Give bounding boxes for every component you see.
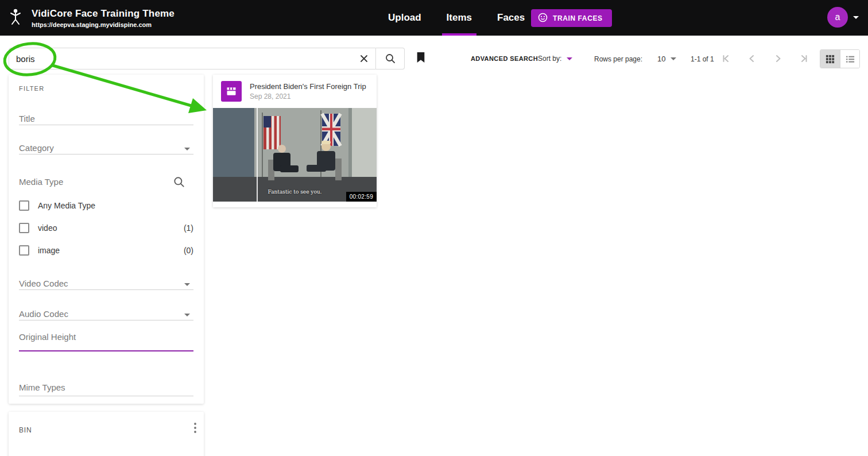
- chevron-down-icon[interactable]: [184, 283, 190, 286]
- grid-icon: [826, 55, 835, 64]
- checkbox-label: Any Media Type: [38, 201, 95, 210]
- media-type-option-any[interactable]: Any Media Type: [19, 199, 193, 212]
- train-faces-button[interactable]: TRAIN FACES: [531, 9, 612, 27]
- last-page-button[interactable]: [797, 52, 811, 65]
- checkbox-any-media-type[interactable]: [19, 200, 29, 211]
- nav-tab-faces[interactable]: Faces: [495, 0, 527, 36]
- search-icon: [385, 53, 396, 64]
- media-type-option-video[interactable]: video (1): [19, 221, 193, 235]
- app-logo-icon[interactable]: [8, 7, 23, 28]
- media-type-search-icon[interactable]: [173, 176, 185, 191]
- brand: VidiCore Face Training Theme https://dee…: [8, 0, 175, 36]
- item-date: Sep 28, 2021: [250, 92, 366, 101]
- list-view-button[interactable]: [840, 50, 859, 68]
- rows-per-page-value: 10: [657, 55, 665, 63]
- mime-types-underline: [19, 396, 193, 396]
- top-navbar: VidiCore Face Training Theme https://dee…: [0, 0, 868, 36]
- app-subtitle: https://deepva.staging.myvidispine.com: [32, 21, 175, 28]
- us-flag: [264, 116, 281, 149]
- first-page-button[interactable]: [719, 52, 733, 65]
- rows-per-page-control: Rows per page: 10: [594, 55, 676, 63]
- sort-by-label: Sort by:: [538, 55, 561, 63]
- media-type-label: Media Type: [19, 177, 63, 187]
- search-input[interactable]: [9, 54, 352, 64]
- category-filter-underline: [19, 154, 193, 154]
- list-icon: [846, 55, 855, 64]
- item-thumbnail[interactable]: Fantastic to see you. 00:02:59: [213, 108, 377, 202]
- app-title: VidiCore Face Training Theme: [32, 8, 175, 20]
- video-codec-underline: [19, 289, 193, 290]
- audio-codec-underline: [19, 320, 193, 320]
- thumbnail-image: [213, 108, 377, 202]
- chevron-down-icon[interactable]: [184, 314, 190, 316]
- rows-per-page-select[interactable]: 10: [657, 55, 676, 63]
- bin-heading: BIN: [19, 426, 32, 434]
- bin-panel: BIN: [9, 412, 204, 456]
- nav-tab-upload[interactable]: Upload: [386, 0, 424, 36]
- face-icon: [538, 13, 548, 24]
- brand-text: VidiCore Face Training Theme https://dee…: [32, 8, 175, 28]
- kebab-menu-icon[interactable]: [193, 422, 197, 436]
- avatar[interactable]: a: [827, 7, 848, 28]
- checkbox-label: video: [38, 223, 57, 233]
- view-toggle: [820, 49, 860, 68]
- chevron-down-icon: [671, 57, 676, 60]
- next-page-button[interactable]: [771, 52, 785, 65]
- pagination-range: 1-1 of 1: [691, 55, 714, 63]
- mime-types-input[interactable]: Mime Types: [19, 382, 65, 392]
- nav-tab-items[interactable]: Items: [444, 0, 474, 36]
- original-height-underline: [19, 350, 193, 351]
- filter-panel: FILTER Title Category Media Type Any Med…: [9, 75, 204, 404]
- title-filter-input[interactable]: Title: [19, 114, 35, 123]
- search-box: [9, 48, 376, 69]
- chevron-down-icon: [567, 57, 572, 60]
- category-filter-select[interactable]: Category: [19, 143, 54, 153]
- audio-codec-select[interactable]: Audio Codec: [19, 309, 68, 319]
- checkbox-count: (1): [184, 223, 193, 233]
- original-height-input[interactable]: Original Height: [19, 332, 76, 342]
- video-codec-select[interactable]: Video Codec: [19, 279, 68, 288]
- advanced-search-link[interactable]: ADVANCED SEARCH: [471, 55, 538, 62]
- main-nav: Upload Items Faces: [386, 0, 527, 36]
- title-filter-underline: [19, 125, 193, 125]
- video-item-icon: [221, 81, 242, 102]
- item-title: President Biden's First Foreign Trip: [250, 82, 366, 91]
- checkbox-video[interactable]: [19, 223, 29, 233]
- checkbox-count: (0): [184, 246, 193, 255]
- previous-page-button[interactable]: [745, 52, 759, 65]
- grid-view-button[interactable]: [820, 50, 840, 68]
- duration-badge: 00:02:59: [346, 192, 377, 202]
- checkbox-image[interactable]: [19, 245, 29, 256]
- filter-heading: FILTER: [19, 85, 44, 92]
- user-menu[interactable]: a: [827, 7, 859, 28]
- checkbox-label: image: [38, 246, 60, 255]
- rows-per-page-label: Rows per page:: [594, 55, 642, 63]
- clear-search-button[interactable]: [352, 48, 375, 69]
- item-text: President Biden's First Foreign Trip Sep…: [250, 82, 366, 101]
- scrub-indicator[interactable]: [257, 108, 258, 202]
- pagination-controls: [719, 52, 811, 65]
- media-type-option-image[interactable]: image (0): [19, 244, 193, 257]
- item-header: President Biden's First Foreign Trip Sep…: [213, 75, 377, 108]
- result-item-card[interactable]: President Biden's First Foreign Trip Sep…: [213, 75, 377, 207]
- train-faces-label: TRAIN FACES: [553, 14, 603, 22]
- item-footer: [213, 202, 377, 207]
- chevron-down-icon: [853, 16, 859, 19]
- page: VidiCore Face Training Theme https://dee…: [0, 0, 868, 456]
- chevron-down-icon[interactable]: [184, 148, 190, 150]
- bookmark-icon[interactable]: [416, 52, 425, 65]
- search-button[interactable]: [376, 48, 405, 69]
- sort-by-control[interactable]: Sort by:: [538, 55, 572, 63]
